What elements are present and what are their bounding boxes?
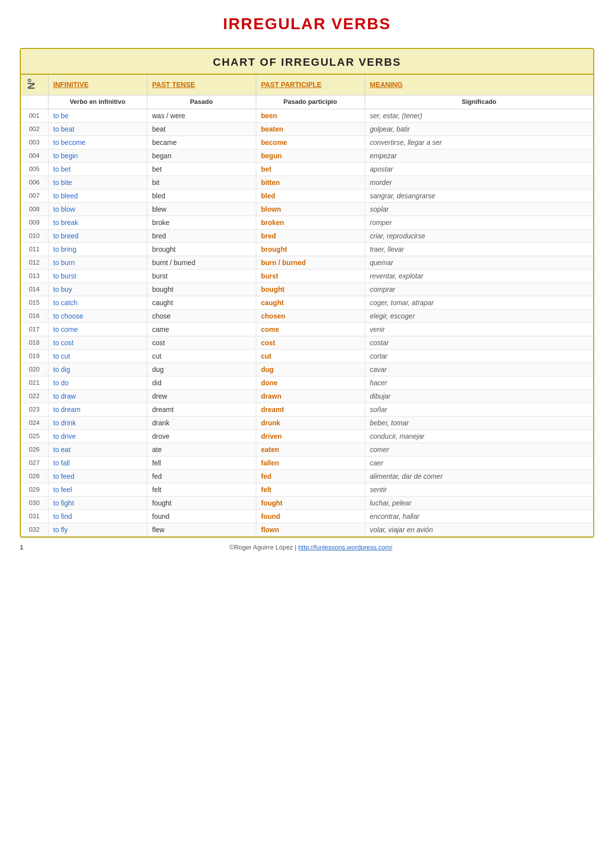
table-row: 022to drawdrewdrawndibujar <box>21 389 593 403</box>
cell-infinitive: to break <box>48 216 147 229</box>
cell-meaning: encontrar, hallar <box>365 509 593 523</box>
table-row: 010to breedbredbredcriar, reproducirse <box>21 229 593 242</box>
cell-past-participle: fought <box>256 496 365 509</box>
th-sub-meaning: Significado <box>365 95 593 109</box>
cell-past: chose <box>147 309 256 322</box>
th-sub-pp: Pasado participio <box>256 95 365 109</box>
cell-infinitive: to burn <box>48 256 147 269</box>
cell-meaning: comprar <box>365 282 593 296</box>
cell-infinitive: to bring <box>48 242 147 256</box>
cell-past-participle: cut <box>256 349 365 363</box>
cell-past-participle: dug <box>256 363 365 376</box>
cell-meaning: cavar <box>365 363 593 376</box>
cell-num: 006 <box>21 176 48 189</box>
th-pp: PAST PARTICIPLE <box>256 75 365 95</box>
table-row: 015to catchcaughtcaughtcoger, tomar, atr… <box>21 296 593 309</box>
th-num: Nº <box>21 75 48 95</box>
cell-infinitive: to blow <box>48 202 147 216</box>
table-row: 005to betbetbetapostar <box>21 162 593 176</box>
cell-num: 029 <box>21 483 48 496</box>
th-past: PAST TENSE <box>147 75 256 95</box>
cell-infinitive: to bleed <box>48 189 147 202</box>
cell-meaning: volar, viajar en avión <box>365 523 593 536</box>
table-row: 007to bleedbledbledsangrar, desangrarse <box>21 189 593 202</box>
cell-past-participle: blown <box>256 202 365 216</box>
cell-past: bred <box>147 229 256 242</box>
cell-num: 023 <box>21 403 48 416</box>
table-row: 032to flyflewflownvolar, viajar en avión <box>21 523 593 536</box>
cell-past: began <box>147 149 256 162</box>
cell-past-participle: felt <box>256 483 365 496</box>
table-row: 002to beatbeatbeatengolpear, batir <box>21 122 593 136</box>
cell-num: 004 <box>21 149 48 162</box>
cell-past-participle: beaten <box>256 122 365 136</box>
cell-past: did <box>147 376 256 389</box>
cell-meaning: apostar <box>365 162 593 176</box>
cell-num: 021 <box>21 376 48 389</box>
outer-table-wrapper: CHART OF IRREGULAR VERBS Nº INFINITIVE P… <box>20 48 594 538</box>
cell-past: beat <box>147 122 256 136</box>
table-row: 006to bitebitbittenmorder <box>21 176 593 189</box>
cell-past: drove <box>147 429 256 443</box>
cell-past-participle: burst <box>256 269 365 282</box>
cell-meaning: costar <box>365 336 593 349</box>
cell-infinitive: to eat <box>48 443 147 456</box>
cell-num: 001 <box>21 109 48 122</box>
cell-past-participle: come <box>256 322 365 336</box>
cell-num: 002 <box>21 122 48 136</box>
cell-meaning: golpear, batir <box>365 122 593 136</box>
cell-infinitive: to catch <box>48 296 147 309</box>
cell-past: burst <box>147 269 256 282</box>
cell-num: 025 <box>21 429 48 443</box>
cell-past-participle: bought <box>256 282 365 296</box>
cell-num: 024 <box>21 416 48 429</box>
table-row: 024to drinkdrankdrunkbeber, tomar <box>21 416 593 429</box>
cell-num: 016 <box>21 309 48 322</box>
table-row: 031to findfoundfoundencontrar, hallar <box>21 509 593 523</box>
cell-meaning: conducir, manejar <box>365 429 593 443</box>
cell-num: 019 <box>21 349 48 363</box>
cell-past-participle: flown <box>256 523 365 536</box>
cell-num: 008 <box>21 202 48 216</box>
cell-infinitive: to dream <box>48 403 147 416</box>
cell-past-participle: burn / burned <box>256 256 365 269</box>
cell-past: bit <box>147 176 256 189</box>
cell-past-participle: drunk <box>256 416 365 429</box>
cell-past: flew <box>147 523 256 536</box>
cell-meaning: ser, estar, (tener) <box>365 109 593 122</box>
table-row: 003to becomebecamebecomeconvertirse, lle… <box>21 136 593 149</box>
cell-past: found <box>147 509 256 523</box>
footer: 1 ©Roger Aguirre López | http://funlesso… <box>20 544 594 551</box>
cell-meaning: sangrar, desangrarse <box>365 189 593 202</box>
table-row: 019to cutcutcutcortar <box>21 349 593 363</box>
cell-infinitive: to cut <box>48 349 147 363</box>
cell-past: dreamt <box>147 403 256 416</box>
cell-past: fed <box>147 469 256 483</box>
cell-num: 030 <box>21 496 48 509</box>
cell-past-participle: brought <box>256 242 365 256</box>
footer-copyright: ©Roger Aguirre López | http://funlessons… <box>27 544 594 551</box>
cell-past-participle: bitten <box>256 176 365 189</box>
cell-meaning: coger, tomar, atrapar <box>365 296 593 309</box>
cell-meaning: luchar, pelear <box>365 496 593 509</box>
cell-infinitive: to fight <box>48 496 147 509</box>
cell-infinitive: to feed <box>48 469 147 483</box>
cell-infinitive: to bite <box>48 176 147 189</box>
cell-num: 027 <box>21 456 48 469</box>
cell-infinitive: to find <box>48 509 147 523</box>
cell-past: bought <box>147 282 256 296</box>
cell-infinitive: to drink <box>48 416 147 429</box>
cell-past-participle: bred <box>256 229 365 242</box>
cell-num: 014 <box>21 282 48 296</box>
cell-past: caught <box>147 296 256 309</box>
cell-num: 013 <box>21 269 48 282</box>
cell-past-participle: broken <box>256 216 365 229</box>
cell-infinitive: to be <box>48 109 147 122</box>
footer-page: 1 <box>20 544 23 551</box>
cell-past: drank <box>147 416 256 429</box>
cell-infinitive: to fall <box>48 456 147 469</box>
footer-link[interactable]: http://funlessons.wordpress.com/ <box>298 544 392 551</box>
cell-num: 003 <box>21 136 48 149</box>
cell-past: dug <box>147 363 256 376</box>
cell-infinitive: to feel <box>48 483 147 496</box>
